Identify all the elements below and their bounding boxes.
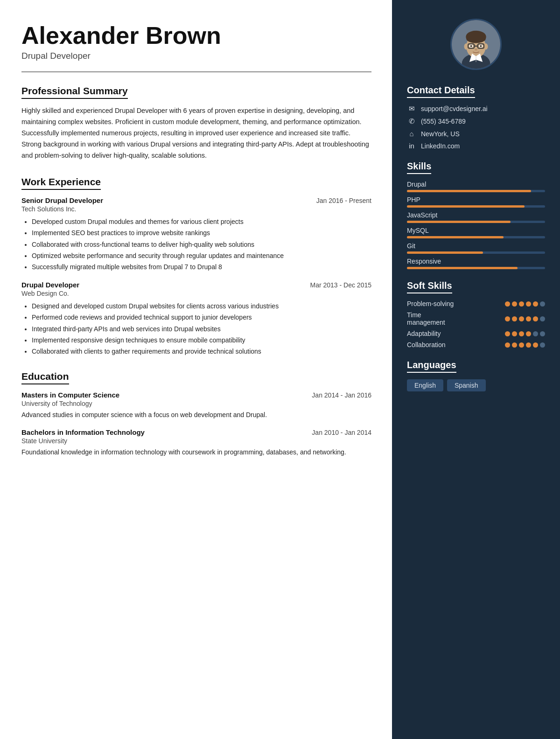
education-section: Education Masters in Computer Science Ja… — [21, 371, 371, 458]
job-bullets-1: Developed custom Drupal modules and them… — [21, 216, 371, 272]
soft-skill-time-management: Timemanagement — [407, 311, 545, 326]
dot — [526, 342, 531, 348]
dots-2 — [505, 316, 545, 321]
svg-point-13 — [470, 45, 472, 47]
dot-empty — [533, 331, 538, 336]
skill-name-drupal: Drupal — [407, 181, 545, 188]
skill-js: JavaScript — [407, 211, 545, 223]
soft-skill-name-2: Timemanagement — [407, 311, 505, 326]
right-column: Contact Details ✉ support@cvdesigner.ai … — [392, 0, 560, 739]
soft-skills-heading: Soft Skills — [407, 280, 452, 293]
skill-responsive: Responsive — [407, 258, 545, 269]
dot — [505, 301, 510, 307]
job-title-1: Senior Drupal Developer — [21, 196, 103, 204]
soft-skill-name-3: Adaptability — [407, 330, 505, 337]
bullet: Optimized website performance and securi… — [32, 251, 371, 261]
email-icon: ✉ — [407, 105, 416, 113]
left-column: Alexander Brown Drupal Developer Profess… — [0, 0, 392, 739]
location-icon: ⌂ — [407, 130, 416, 138]
dot — [526, 301, 531, 307]
job-item-1: Senior Drupal Developer Jan 2016 - Prese… — [21, 196, 371, 272]
skill-bar-fill-responsive — [407, 267, 518, 269]
education-heading: Education — [21, 371, 69, 384]
skill-drupal: Drupal — [407, 181, 545, 192]
job-header-2: Drupal Developer Mar 2013 - Dec 2015 — [21, 281, 371, 289]
dots-1 — [505, 301, 545, 307]
soft-skills-section: Soft Skills Problem-solving Timemanageme… — [407, 280, 545, 349]
dot-empty — [540, 316, 545, 321]
skill-bar-bg-js — [407, 221, 545, 223]
bullet: Designed and developed custom Drupal web… — [32, 301, 371, 311]
dot — [512, 301, 517, 307]
skill-bar-fill-git — [407, 251, 483, 254]
skill-bar-bg-responsive — [407, 267, 545, 269]
job-date-1: Jan 2016 - Present — [316, 197, 371, 204]
contact-linkedin: in LinkedIn.com — [407, 142, 545, 150]
summary-heading: Professional Summary — [21, 85, 128, 99]
dot — [526, 316, 531, 321]
soft-skill-name-1: Problem-solving — [407, 300, 505, 307]
avatar-svg — [452, 19, 500, 70]
email-value: support@cvdesigner.ai — [421, 105, 488, 112]
edu-item-1: Masters in Computer Science Jan 2014 - J… — [21, 391, 371, 420]
edu-desc-1: Advanced studies in computer science wit… — [21, 410, 371, 420]
bullet: Developed custom Drupal modules and them… — [32, 216, 371, 227]
bullet: Collaborated with clients to gather requ… — [32, 346, 371, 356]
dot — [512, 316, 517, 321]
contact-location: ⌂ NewYork, US — [407, 130, 545, 138]
location-value: NewYork, US — [421, 130, 460, 138]
skill-name-php: PHP — [407, 196, 545, 203]
svg-point-5 — [466, 34, 486, 43]
lang-spanish: Spanish — [447, 379, 486, 391]
avatar-wrap — [407, 19, 545, 70]
phone-value: (555) 345-6789 — [421, 118, 466, 125]
dot — [505, 331, 510, 336]
contact-heading: Contact Details — [407, 85, 475, 98]
job-header-1: Senior Drupal Developer Jan 2016 - Prese… — [21, 196, 371, 204]
skill-name-mysql: MySQL — [407, 227, 545, 234]
dot — [533, 301, 538, 307]
skill-bar-bg-php — [407, 205, 545, 208]
job-title-2: Drupal Developer — [21, 281, 79, 289]
skill-bar-fill-mysql — [407, 236, 504, 238]
lang-english: English — [407, 379, 443, 391]
dot — [505, 316, 510, 321]
contact-section: Contact Details ✉ support@cvdesigner.ai … — [407, 85, 545, 150]
candidate-name: Alexander Brown — [21, 22, 371, 49]
skill-bar-bg-git — [407, 251, 545, 254]
skill-bar-bg-mysql — [407, 236, 545, 238]
soft-skill-name-4: Collaboration — [407, 341, 505, 349]
dots-3 — [505, 331, 545, 336]
bullet: Collaborated with cross-functional teams… — [32, 239, 371, 250]
dots-4 — [505, 342, 545, 348]
skills-section: Skills Drupal PHP JavaScript MySQL — [407, 161, 545, 269]
work-heading: Work Experience — [21, 176, 101, 190]
skill-name-git: Git — [407, 242, 545, 250]
languages-heading: Languages — [407, 360, 456, 373]
summary-section: Professional Summary Highly skilled and … — [21, 85, 371, 161]
skill-mysql: MySQL — [407, 227, 545, 238]
dot — [519, 316, 524, 321]
skill-bar-fill-php — [407, 205, 525, 208]
dot-empty — [540, 342, 545, 348]
dot — [519, 331, 524, 336]
dot-empty — [540, 331, 545, 336]
edu-date-1: Jan 2014 - Jan 2016 — [312, 391, 371, 399]
skill-bar-fill-drupal — [407, 190, 531, 192]
bullet: Performed code reviews and provided tech… — [32, 312, 371, 322]
name-title-section: Alexander Brown Drupal Developer — [21, 22, 371, 61]
phone-icon: ✆ — [407, 117, 416, 125]
edu-header-1: Masters in Computer Science Jan 2014 - J… — [21, 391, 371, 399]
bullet: Integrated third-party APIs and web serv… — [32, 324, 371, 334]
edu-school-1: University of Technology — [21, 400, 371, 407]
bullet: Successfully migrated multiple websites … — [32, 262, 371, 272]
skill-name-responsive: Responsive — [407, 258, 545, 265]
languages-section: Languages English Spanish — [407, 360, 545, 391]
dot — [519, 301, 524, 307]
linkedin-icon: in — [407, 142, 416, 150]
edu-degree-1: Masters in Computer Science — [21, 391, 119, 399]
lang-pills: English Spanish — [407, 379, 545, 391]
soft-skill-collaboration: Collaboration — [407, 341, 545, 349]
dot — [512, 331, 517, 336]
skill-bar-fill-js — [407, 221, 511, 223]
